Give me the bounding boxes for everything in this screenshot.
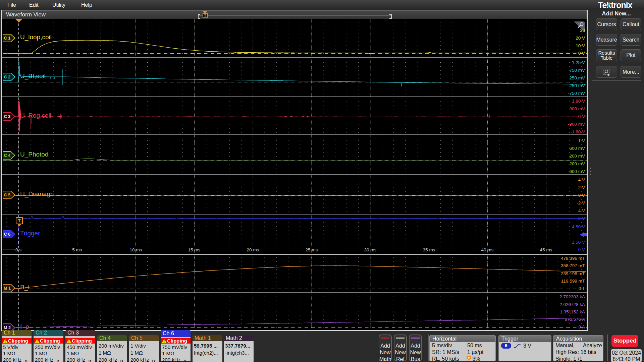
svg-text:C 3: C 3 <box>4 114 11 119</box>
svg-text:!: ! <box>5 340 6 343</box>
svg-text:C 1: C 1 <box>4 36 11 41</box>
svg-text:C 5: C 5 <box>4 193 11 197</box>
svg-text:T: T <box>468 357 470 360</box>
svg-text:C 2: C 2 <box>4 75 11 79</box>
svg-text:!: ! <box>37 340 38 343</box>
svg-text:C 4: C 4 <box>4 153 11 158</box>
svg-text:M 2: M 2 <box>4 325 11 330</box>
svg-text:!: ! <box>164 340 165 343</box>
svg-text:M 1: M 1 <box>4 286 11 291</box>
svg-text:C 6: C 6 <box>4 232 11 237</box>
svg-text:!: ! <box>68 340 69 343</box>
